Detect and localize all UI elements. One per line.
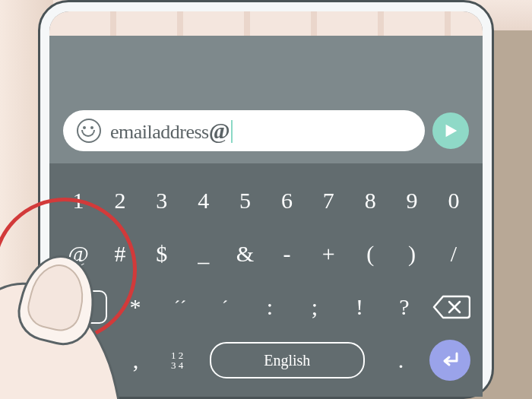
key-6[interactable]: 6 [270, 188, 303, 214]
key-asterisk[interactable]: * [119, 294, 152, 320]
key-num-toggle[interactable]: 1 2 3 4 [164, 350, 190, 370]
key-dollar[interactable]: $ [145, 241, 179, 267]
key-0[interactable]: 0 [437, 188, 470, 214]
key-semicolon[interactable]: ; [298, 294, 331, 320]
keyboard-row-1: 1 2 3 4 5 6 7 8 9 0 [62, 177, 470, 224]
message-text-field[interactable]: emailaddress@ [63, 110, 425, 151]
key-plus[interactable]: + [312, 241, 345, 267]
key-exclaim[interactable]: ! [343, 294, 376, 320]
key-underscore[interactable]: _ [187, 241, 220, 267]
key-paren-close[interactable]: ) [395, 241, 429, 267]
key-2[interactable]: 2 [103, 188, 137, 214]
app-top-strip [49, 11, 483, 36]
key-spacebar[interactable]: English [210, 342, 365, 378]
enter-icon [439, 349, 461, 372]
key-accent[interactable]: ´ [208, 297, 242, 318]
keyboard: 1 2 3 4 5 6 7 8 9 0 @ # $ _ & - [49, 163, 483, 397]
key-double-accent[interactable]: ´´ [163, 297, 197, 318]
keyboard-row-2: @ # $ _ & - + ( ) / [62, 230, 470, 277]
key-8[interactable]: 8 [353, 188, 387, 214]
send-button[interactable] [432, 112, 469, 149]
key-7[interactable]: 7 [312, 188, 345, 214]
text-cursor [231, 120, 233, 143]
key-5[interactable]: 5 [229, 188, 262, 214]
backspace-icon [432, 293, 470, 321]
key-ampersand[interactable]: & [229, 241, 262, 267]
key-enter[interactable] [429, 340, 470, 381]
key-dash[interactable]: - [270, 241, 303, 267]
numtoggle-bot: 3 4 [171, 359, 183, 371]
key-slash[interactable]: / [437, 241, 470, 267]
key-9[interactable]: 9 [395, 188, 429, 214]
key-colon[interactable]: : [253, 294, 287, 320]
typed-text: emailaddress@ [110, 118, 233, 144]
key-comma[interactable]: , [119, 347, 153, 373]
key-3[interactable]: 3 [145, 188, 179, 214]
key-1[interactable]: 1 [62, 188, 95, 214]
key-backspace[interactable] [432, 293, 470, 321]
key-paren-open[interactable]: ( [353, 241, 387, 267]
emoji-icon[interactable] [77, 119, 101, 143]
key-question[interactable]: ? [388, 294, 421, 320]
typed-at-symbol: @ [209, 118, 230, 143]
key-4[interactable]: 4 [187, 188, 220, 214]
phone-screen: emailaddress@ 1 2 3 4 5 6 7 8 9 [49, 11, 483, 397]
typed-prefix: emailaddress [110, 121, 209, 143]
key-period[interactable]: . [384, 347, 417, 373]
keyboard-row-4: ABC , 1 2 3 4 English . [62, 337, 470, 384]
thumb-illustration [0, 251, 114, 399]
message-input-row: emailaddress@ [63, 110, 469, 151]
send-icon [442, 122, 459, 139]
keyboard-row-3: =\< * ´´ ´ : ; ! ? [62, 283, 470, 331]
